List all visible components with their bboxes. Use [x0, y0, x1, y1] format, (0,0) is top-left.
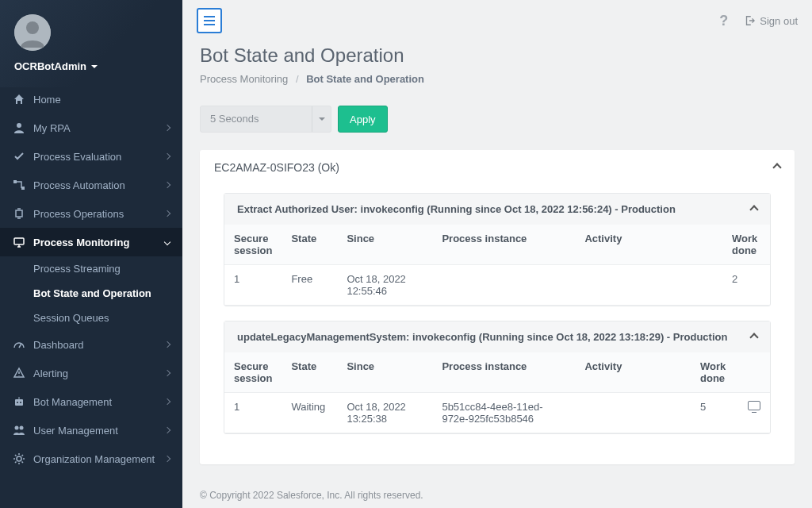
chevron-right-icon — [164, 370, 170, 376]
chevron-right-icon — [164, 427, 170, 433]
sidebar-item-process-monitoring[interactable]: Process Monitoring — [0, 228, 182, 256]
process-panel: updateLegacyManagementSystem: invokeconf… — [224, 321, 771, 434]
view-session-icon[interactable] — [748, 401, 760, 410]
breadcrumb-current: Bot State and Operation — [306, 73, 424, 85]
svg-point-8 — [20, 402, 21, 403]
svg-point-9 — [15, 426, 19, 430]
svg-point-1 — [26, 21, 39, 34]
sub-label: Session Queues — [33, 312, 109, 324]
sub-label: Bot State and Operation — [33, 287, 151, 299]
breadcrumb-sep: / — [296, 73, 299, 85]
sidebar-item-process-operations[interactable]: Process Operations — [0, 199, 182, 228]
nav-label: Alerting — [33, 368, 165, 379]
process-panel-header[interactable]: Extract Authorized User: invokeconfig (R… — [224, 194, 770, 225]
help-icon: ? — [719, 13, 728, 29]
nav-label: Home — [33, 94, 170, 106]
chevron-up-icon — [749, 205, 758, 214]
cell-since: Oct 18, 2022 12:55:46 — [337, 265, 432, 306]
username-toggle[interactable]: OCRBotAdmin — [14, 60, 168, 72]
main: ? Sign out Bot State and Operation Proce… — [182, 0, 812, 508]
host-panel-body: Extract Authorized User: invokeconfig (R… — [200, 185, 795, 464]
sidebar-item-dashboard[interactable]: Dashboard — [0, 330, 182, 359]
sidebar-item-bot-management[interactable]: Bot Management — [0, 387, 182, 416]
page-title: Bot State and Operation — [200, 44, 795, 67]
host-panel-header[interactable]: EC2AMAZ-0SIFO23 (Ok) — [200, 150, 795, 185]
cell-activity — [575, 265, 722, 306]
sidebar-item-my-rpa[interactable]: My RPA — [0, 114, 182, 142]
sidebar-sub-session-queues[interactable]: Session Queues — [0, 306, 182, 330]
cell-state: Waiting — [282, 393, 337, 433]
breadcrumb-parent[interactable]: Process Monitoring — [200, 73, 288, 85]
cell-work: 5 — [691, 393, 738, 433]
refresh-dropdown-button[interactable] — [312, 106, 331, 132]
nav-label: Process Automation — [33, 179, 165, 191]
th-activity: Activity — [575, 352, 691, 393]
cell-action — [738, 393, 770, 433]
cell-since: Oct 18, 2022 13:25:38 — [337, 393, 432, 433]
sidebar-sub-bot-state[interactable]: Bot State and Operation — [0, 281, 182, 306]
avatar — [14, 14, 51, 51]
monitor-icon — [13, 236, 25, 248]
help-button[interactable]: ? — [713, 10, 734, 33]
process-title: updateLegacyManagementSystem: invokeconf… — [237, 331, 727, 343]
process-panel-header[interactable]: updateLegacyManagementSystem: invokeconf… — [224, 321, 770, 352]
nav-label: My RPA — [33, 122, 165, 134]
cycle-icon — [13, 207, 25, 220]
nav-label: Process Monitoring — [33, 237, 165, 248]
sidebar-sub-process-streaming[interactable]: Process Streaming — [0, 256, 182, 281]
cell-session: 1 — [224, 393, 282, 433]
apply-button[interactable]: Apply — [338, 106, 388, 133]
chevron-right-icon — [164, 341, 170, 348]
host-title: EC2AMAZ-0SIFO23 (Ok) — [214, 161, 339, 174]
sidebar-item-process-evaluation[interactable]: Process Evaluation — [0, 142, 182, 171]
cell-state: Free — [282, 265, 337, 306]
th-instance: Process instance — [432, 352, 575, 393]
breadcrumb: Process Monitoring / Bot State and Opera… — [200, 73, 795, 85]
flow-icon — [13, 179, 25, 191]
process-table: Secure session State Since Process insta… — [224, 225, 770, 306]
chevron-right-icon — [164, 210, 170, 217]
svg-point-11 — [17, 456, 21, 461]
process-table: Secure session State Since Process insta… — [224, 352, 770, 433]
nav-label: Process Operations — [33, 208, 165, 220]
sidebar-item-org-management[interactable]: Organization Management — [0, 444, 182, 473]
table-row: 1 Free Oct 18, 2022 12:55:46 2 — [224, 265, 770, 306]
nav-label: Bot Management — [33, 396, 165, 408]
signout-label: Sign out — [760, 15, 798, 27]
hamburger-button[interactable] — [197, 8, 222, 33]
th-session: Secure session — [224, 225, 282, 265]
hamburger-icon — [204, 20, 215, 21]
nav-label: Organization Management — [33, 453, 165, 465]
cell-activity — [575, 393, 691, 433]
nav-label: Process Evaluation — [33, 151, 165, 163]
th-session: Secure session — [224, 352, 282, 393]
nav: Home My RPA Process Evaluation Process A… — [0, 85, 182, 473]
svg-point-10 — [20, 426, 24, 430]
signout-button[interactable]: Sign out — [744, 15, 798, 27]
chevron-right-icon — [164, 456, 170, 462]
svg-rect-5 — [14, 238, 24, 244]
sidebar-item-alerting[interactable]: Alerting — [0, 359, 182, 387]
chevron-right-icon — [164, 398, 170, 405]
chevron-up-icon — [772, 163, 781, 171]
table-row: 1 Waiting Oct 18, 2022 13:25:38 5b51cc84… — [224, 393, 770, 433]
nav-label: User Management — [33, 425, 165, 437]
sidebar-item-process-automation[interactable]: Process Automation — [0, 171, 182, 199]
svg-rect-3 — [13, 180, 17, 183]
refresh-value: 5 Seconds — [201, 106, 312, 132]
process-panel: Extract Authorized User: invokeconfig (R… — [224, 193, 771, 306]
nav-label: Dashboard — [33, 339, 165, 351]
sidebar-item-user-management[interactable]: User Management — [0, 416, 182, 444]
sidebar-item-home[interactable]: Home — [0, 85, 182, 114]
th-action — [738, 352, 770, 393]
svg-point-2 — [17, 123, 21, 128]
users-icon — [13, 424, 25, 437]
refresh-controls: 5 Seconds Apply — [182, 99, 812, 150]
check-icon — [13, 150, 25, 163]
cell-work: 2 — [722, 265, 770, 306]
home-icon — [13, 93, 25, 106]
process-title: Extract Authorized User: invokeconfig (R… — [237, 203, 676, 215]
refresh-select[interactable]: 5 Seconds — [200, 106, 331, 133]
page-header: Bot State and Operation Process Monitori… — [182, 38, 812, 99]
person-icon — [13, 121, 25, 134]
